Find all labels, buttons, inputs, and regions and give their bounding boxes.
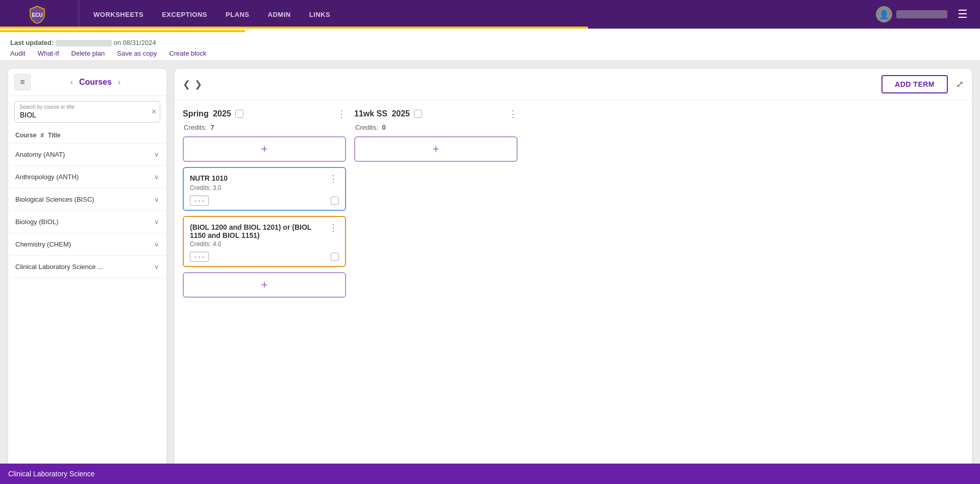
delete-plan-link[interactable]: Delete plan: [71, 50, 105, 57]
biol-group-checkbox[interactable]: [331, 253, 339, 261]
term-spring-2025-menu-icon[interactable]: ⋮: [337, 108, 346, 119]
top-navigation: ECU WORKSHEETS EXCEPTIONS PLANS ADMIN LI…: [0, 0, 980, 29]
credits-label-spring: Credits:: [184, 124, 207, 131]
course-item-cls[interactable]: Clinical Laboratory Science ... ∨: [8, 256, 166, 278]
courses-title: Courses: [79, 78, 112, 87]
col-number: #: [40, 132, 44, 139]
nav-links-item[interactable]: LINKS: [300, 0, 340, 29]
courses-prev-arrow[interactable]: ‹: [70, 78, 73, 87]
term-title-year-11wk: 2025: [391, 109, 410, 118]
course-item-expand-anth: ∨: [154, 173, 159, 181]
add-term-button[interactable]: ADD TERM: [881, 75, 948, 93]
term-title-spring-2025: Spring 2025: [183, 109, 231, 118]
term-prev-button[interactable]: ❮: [183, 79, 190, 90]
course-item-label-cls: Clinical Laboratory Science ...: [15, 263, 103, 271]
search-container: Search by course or title ×: [14, 101, 160, 123]
term-spring-2025-checkbox[interactable]: [235, 110, 243, 118]
subheader: Last updated: on 08/31/2024 Audit What-I…: [0, 33, 980, 61]
credits-value-spring: 7: [210, 124, 214, 131]
last-updated-info: Last updated: on 08/31/2024: [10, 39, 970, 46]
left-panel: ≡ ‹ Courses › Search by course or title …: [8, 69, 166, 470]
course-list-header: Course # Title: [8, 128, 166, 143]
what-if-link[interactable]: What-If: [38, 50, 59, 57]
terms-area: Spring 2025 ⋮ Credits: 7 + NUTR 1010: [175, 100, 972, 470]
col-course: Course: [15, 132, 36, 139]
user-avatar-icon: 👤: [876, 6, 892, 22]
search-clear-button[interactable]: ×: [152, 107, 156, 116]
term-title-bold-11wk: 11wk SS: [354, 109, 387, 118]
progress-bar-area: [0, 29, 980, 33]
credits-label-11wk: Credits:: [355, 124, 378, 131]
biol-group-title: (BIOL 1200 and BIOL 1201) or (BIOL 1150 …: [190, 223, 328, 239]
credits-value-11wk: 0: [382, 124, 385, 131]
course-item-label-anth: Anthropology (ANTH): [15, 173, 79, 181]
right-panel: ❮ ❯ ADD TERM ⤢ Spring 2025 ⋮ Credits:: [175, 69, 972, 470]
biol-group-footer: - - -: [190, 252, 339, 262]
term-title-bold: Spring: [183, 109, 209, 118]
nutr1010-menu-icon[interactable]: ⋮: [328, 174, 339, 183]
user-area[interactable]: 👤: [876, 6, 947, 22]
biol-group-credits: Credits: 4.0: [190, 240, 339, 248]
add-course-top-spring-2025[interactable]: +: [183, 136, 346, 162]
course-item-expand-cls: ∨: [154, 263, 159, 271]
term-11wkss-menu-icon[interactable]: ⋮: [508, 108, 518, 119]
term-11wkss-checkbox[interactable]: [414, 110, 422, 118]
course-list: Anatomy (ANAT) ∨ Anthropology (ANTH) ∨ B…: [8, 143, 166, 470]
term-11wk-ss-2025: 11wk SS 2025 ⋮ Credits: 0 +: [354, 108, 518, 462]
nutr1010-credits: Credits: 3.0: [190, 184, 339, 191]
nutr1010-title: NUTR 1010: [190, 174, 328, 182]
course-item-label-chem: Chemistry (CHEM): [15, 240, 71, 248]
main-layout: ≡ ‹ Courses › Search by course or title …: [0, 61, 980, 478]
add-course-11wkss[interactable]: +: [354, 136, 518, 162]
term-title-year: 2025: [213, 109, 231, 118]
progress-bar-fill: [0, 30, 245, 32]
nav-worksheets[interactable]: WORKSHEETS: [84, 0, 153, 29]
term-spring-2025: Spring 2025 ⋮ Credits: 7 + NUTR 1010: [183, 108, 346, 462]
nav-exceptions[interactable]: EXCEPTIONS: [153, 0, 216, 29]
col-title: Title: [48, 132, 60, 139]
nutr1010-grade-badge[interactable]: - - -: [190, 196, 209, 206]
biol-group-menu-icon[interactable]: ⋮: [328, 223, 339, 232]
biol-group-grade-badge[interactable]: - - -: [190, 252, 209, 262]
audit-link[interactable]: Audit: [10, 50, 26, 57]
term-next-button[interactable]: ❯: [194, 79, 202, 90]
logo-area[interactable]: ECU: [0, 0, 79, 29]
course-card-nutr1010: NUTR 1010 ⋮ Credits: 3.0 - - -: [183, 167, 346, 211]
left-panel-header: ≡ ‹ Courses ›: [8, 69, 166, 96]
nutr1010-footer: - - -: [190, 196, 339, 206]
hamburger-menu-icon[interactable]: ☰: [953, 4, 972, 25]
ecu-shield-icon: ECU: [28, 5, 46, 23]
nutr1010-checkbox[interactable]: [331, 197, 339, 205]
course-item-biol[interactable]: Biology (BIOL) ∨: [8, 211, 166, 233]
courses-next-arrow[interactable]: ›: [118, 78, 120, 87]
search-input[interactable]: [14, 101, 160, 123]
fullscreen-icon[interactable]: ⤢: [956, 79, 964, 90]
add-course-bottom-spring-2025[interactable]: +: [183, 272, 346, 298]
nav-right-area: 👤 ☰: [876, 4, 980, 25]
courses-navigation: ‹ Courses ›: [31, 78, 160, 87]
save-as-copy-link[interactable]: Save as copy: [117, 50, 157, 57]
course-item-label-anat: Anatomy (ANAT): [15, 151, 65, 158]
hamburger-icon: ≡: [20, 78, 24, 87]
nav-admin[interactable]: ADMIN: [259, 0, 300, 29]
course-item-label-bisc: Biological Sciences (BISC): [15, 196, 94, 203]
term-title-11wkss: 11wk SS 2025: [354, 109, 410, 118]
username-blur: [56, 40, 112, 46]
username-display: [896, 10, 947, 18]
course-item-anat[interactable]: Anatomy (ANAT) ∨: [8, 143, 166, 166]
right-panel-header: ❮ ❯ ADD TERM ⤢: [175, 69, 972, 100]
course-item-chem[interactable]: Chemistry (CHEM) ∨: [8, 233, 166, 256]
course-item-expand-anat: ∨: [154, 151, 159, 158]
create-block-link[interactable]: Create block: [169, 50, 206, 57]
term-spring-2025-credits: Credits: 7: [183, 124, 346, 131]
course-item-bisc[interactable]: Biological Sciences (BISC) ∨: [8, 188, 166, 211]
left-panel-menu-button[interactable]: ≡: [14, 74, 31, 90]
last-updated-date: on 08/31/2024: [113, 39, 156, 46]
course-item-anth[interactable]: Anthropology (ANTH) ∨: [8, 166, 166, 188]
term-11wkss-credits: Credits: 0: [354, 124, 518, 131]
last-updated-label: Last updated:: [10, 39, 54, 46]
term-header-11wkss: 11wk SS 2025 ⋮: [354, 108, 518, 119]
nav-plans[interactable]: PLANS: [216, 0, 259, 29]
bottom-bar-text: Clinical Laboratory Science: [8, 470, 95, 478]
term-header-spring-2025: Spring 2025 ⋮: [183, 108, 346, 119]
